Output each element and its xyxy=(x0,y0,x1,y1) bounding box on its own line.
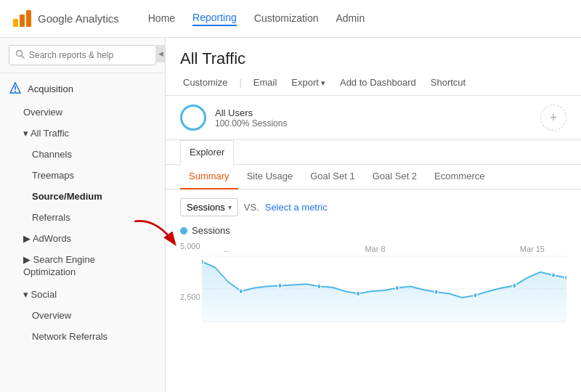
chart-container: 5,000 2,500 xyxy=(180,242,566,358)
acquisition-icon xyxy=(9,81,22,97)
google-analytics-logo xyxy=(12,9,32,29)
add-segment-button[interactable]: + xyxy=(540,105,566,131)
svg-point-16 xyxy=(395,285,399,290)
sidebar-item-treemaps[interactable]: Treemaps xyxy=(0,165,165,186)
sidebar-item-network-referrals[interactable]: Network Referrals xyxy=(0,326,165,347)
main-nav: Home Reporting Customization Admin xyxy=(148,12,365,26)
sidebar-item-seo[interactable]: ▶ Search EngineOptimization xyxy=(0,249,165,284)
search-bar xyxy=(0,38,165,73)
segment-pct: 100.00% Sessions xyxy=(215,118,287,128)
search-icon xyxy=(15,49,25,61)
export-button[interactable]: Export xyxy=(288,75,328,89)
svg-point-21 xyxy=(564,275,566,280)
tab-explorer[interactable]: Explorer xyxy=(180,140,234,165)
svg-rect-2 xyxy=(26,10,31,27)
page-title: All Traffic xyxy=(180,49,566,68)
logo-area: Google Analytics xyxy=(12,9,119,29)
sidebar-item-social[interactable]: ▾ Social xyxy=(0,284,165,305)
sidebar-item-overview[interactable]: Overview xyxy=(0,102,165,123)
sessions-chart xyxy=(202,242,566,336)
y-label-top: 5,000 xyxy=(180,242,200,250)
tab-summary[interactable]: Summary xyxy=(180,165,238,189)
main-layout: ◀ xyxy=(0,38,581,392)
svg-point-7 xyxy=(15,91,16,92)
tab-ecommerce[interactable]: Ecommerce xyxy=(426,165,493,189)
svg-point-15 xyxy=(357,291,360,296)
nav-customization[interactable]: Customization xyxy=(254,12,319,25)
toolbar: Customize | Email Export Add to Dashboar… xyxy=(180,75,566,89)
svg-rect-0 xyxy=(13,19,18,27)
svg-point-18 xyxy=(474,293,477,298)
sidebar-item-channels[interactable]: Channels xyxy=(0,144,165,165)
sidebar: ◀ xyxy=(0,38,166,392)
content-area: All Traffic Customize | Email Export Add… xyxy=(166,38,581,392)
sidebar-item-acquisition[interactable]: Acquisition xyxy=(0,76,165,102)
segment-name: All Users xyxy=(215,107,287,118)
svg-point-11 xyxy=(202,259,204,264)
nav-home[interactable]: Home xyxy=(148,12,175,25)
svg-point-20 xyxy=(552,273,556,278)
tab-site-usage[interactable]: Site Usage xyxy=(238,165,302,189)
page-header: All Traffic Customize | Email Export Add… xyxy=(166,38,581,96)
sidebar-item-referrals[interactable]: Referrals xyxy=(0,207,165,228)
y-label-mid: 2,500 xyxy=(180,293,200,301)
metric-select-arrow: ▾ xyxy=(228,203,232,211)
secondary-metric-select[interactable]: Select a metric xyxy=(265,202,328,213)
segment-bar: All Users 100.00% Sessions + xyxy=(166,96,581,140)
sidebar-collapse-button[interactable]: ◀ xyxy=(155,45,166,62)
svg-point-12 xyxy=(239,289,243,294)
segment-circle xyxy=(180,105,206,131)
sub-tabs: Summary Site Usage Goal Set 1 Goal Set 2… xyxy=(166,165,581,189)
chart-area: Sessions ▾ VS. Select a metric Sessions … xyxy=(166,189,581,367)
header: Google Analytics Home Reporting Customiz… xyxy=(0,0,581,38)
svg-point-13 xyxy=(278,283,282,288)
svg-point-17 xyxy=(434,290,438,295)
nav-reporting[interactable]: Reporting xyxy=(192,12,237,26)
sidebar-item-source-medium[interactable]: Source/Medium xyxy=(0,186,165,207)
svg-rect-1 xyxy=(20,15,25,27)
sidebar-acquisition-label: Acquisition xyxy=(28,83,73,94)
svg-point-14 xyxy=(317,284,321,289)
vs-label: VS. xyxy=(244,202,259,213)
customize-button[interactable]: Customize xyxy=(180,75,230,89)
email-button[interactable]: Email xyxy=(251,75,280,89)
segment-info: All Users 100.00% Sessions xyxy=(215,107,287,128)
add-to-dashboard-button[interactable]: Add to Dashboard xyxy=(337,75,419,89)
shortcut-button[interactable]: Shortcut xyxy=(428,75,468,89)
sidebar-nav: Acquisition Overview ▾ All Traffic Chann… xyxy=(0,73,165,350)
sidebar-item-all-traffic[interactable]: ▾ All Traffic xyxy=(0,123,165,144)
search-input[interactable] xyxy=(29,50,150,60)
svg-point-19 xyxy=(513,283,516,288)
metric-selectors: Sessions ▾ VS. Select a metric xyxy=(180,198,566,216)
primary-metric-select[interactable]: Sessions ▾ xyxy=(180,198,238,216)
tab-goal-set-2[interactable]: Goal Set 2 xyxy=(364,165,426,189)
search-input-box[interactable] xyxy=(9,45,156,65)
svg-line-4 xyxy=(22,56,25,59)
explorer-tabs: Explorer xyxy=(166,140,581,165)
nav-admin[interactable]: Admin xyxy=(336,12,365,25)
sessions-dot xyxy=(180,227,187,234)
sidebar-item-adwords[interactable]: ▶ AdWords xyxy=(0,228,165,249)
tab-goal-set-1[interactable]: Goal Set 1 xyxy=(301,165,363,189)
logo-text: Google Analytics xyxy=(38,12,119,25)
sessions-label: Sessions xyxy=(180,225,566,236)
sidebar-item-social-overview[interactable]: Overview xyxy=(0,305,165,326)
